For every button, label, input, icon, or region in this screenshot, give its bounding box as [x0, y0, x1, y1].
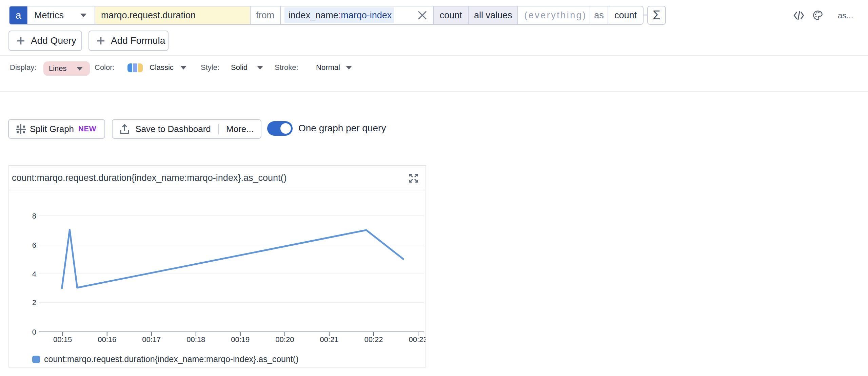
- svg-text:00:20: 00:20: [275, 335, 294, 344]
- svg-text:00:23: 00:23: [409, 335, 426, 344]
- svg-text:00:16: 00:16: [98, 335, 116, 344]
- svg-text:8: 8: [32, 212, 36, 220]
- svg-text:6: 6: [32, 241, 36, 249]
- svg-text:4: 4: [32, 270, 36, 278]
- svg-text:0: 0: [32, 328, 36, 336]
- svg-text:00:21: 00:21: [320, 335, 338, 344]
- svg-text:00:15: 00:15: [53, 335, 72, 344]
- svg-text:00:19: 00:19: [231, 335, 250, 344]
- svg-text:00:18: 00:18: [186, 335, 205, 344]
- svg-text:00:17: 00:17: [142, 335, 161, 344]
- svg-text:00:22: 00:22: [364, 335, 383, 344]
- svg-text:2: 2: [32, 298, 36, 307]
